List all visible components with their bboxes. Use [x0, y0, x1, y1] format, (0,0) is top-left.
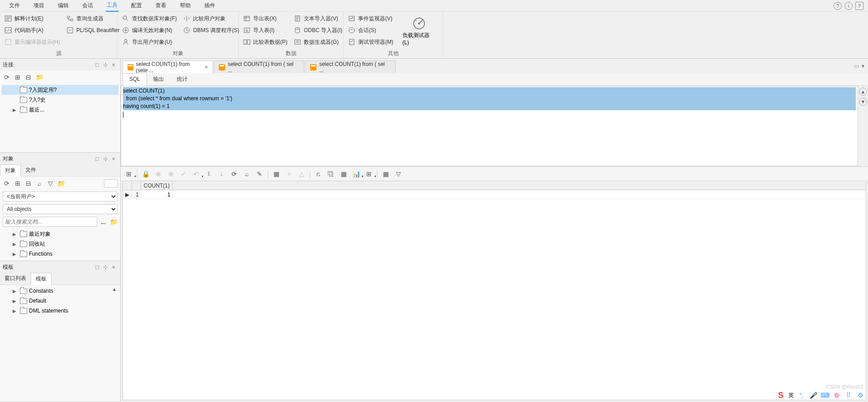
tree-item[interactable]: ▶Functions [2, 249, 118, 259]
menu-help[interactable]: 帮助 [179, 0, 192, 11]
tree-item[interactable]: ?入?史 [2, 95, 118, 105]
window-list-tab[interactable]: 窗口列表 [0, 273, 31, 285]
compare-user-objects-button[interactable]: 比较用户对象 [183, 14, 239, 23]
query-builder-button[interactable]: 查询生成器 [66, 14, 120, 23]
odbc-importer-button[interactable]: ODBC 导入器(I) [294, 25, 342, 35]
session-button[interactable]: 会话(S) [348, 25, 393, 35]
cell[interactable]: 1 [141, 190, 173, 199]
more-icon[interactable]: ... [99, 219, 108, 225]
event-monitor-button[interactable]: 事件监视器(V) [348, 14, 393, 23]
nav-icon[interactable]: ▿ [284, 169, 293, 178]
single-record-icon[interactable]: ▦ [272, 169, 281, 178]
close-icon[interactable]: × [109, 155, 118, 162]
export-user-objects-button[interactable]: 导出用户对象(U) [122, 37, 177, 47]
import-tables-button[interactable]: 导入表(I) [243, 25, 288, 35]
output-tab[interactable]: 输出 [147, 73, 170, 85]
maximize-icon[interactable]: □ [93, 61, 101, 68]
close-icon[interactable]: × [109, 61, 118, 68]
explain-plan-button[interactable]: 解释计划(E) [5, 14, 60, 23]
sql-editor[interactable]: select COUNT(1) from (select * from dual… [121, 86, 858, 166]
editor-tab[interactable]: select COUNT(1) from ( sel ... [214, 61, 304, 73]
apps-icon[interactable]: ⠿ [844, 391, 853, 399]
menu-edit[interactable]: 编辑 [57, 0, 70, 11]
info-icon[interactable]: i [844, 2, 853, 10]
tree-item[interactable]: ▶回收站 [2, 239, 118, 249]
scroll-up-icon[interactable]: ▲ [110, 285, 118, 293]
sort-icon[interactable]: △ [297, 169, 306, 178]
search-icon[interactable]: ⌕ [35, 179, 43, 187]
menu-view[interactable]: 查看 [155, 0, 167, 11]
export-icon[interactable]: ▦ [339, 169, 348, 178]
edit-icon[interactable]: ✎ [255, 169, 264, 178]
refresh-icon[interactable]: ⟳ [3, 179, 11, 187]
grid-icon[interactable]: ⊞▾ [124, 169, 133, 178]
remove-icon[interactable]: ⊟ [24, 73, 33, 81]
refresh-icon[interactable]: ⟳ [230, 169, 239, 178]
close-icon[interactable]: × [109, 264, 118, 271]
type-select[interactable]: All objects [3, 204, 118, 214]
lock-icon[interactable]: 🔒 [141, 169, 150, 178]
maximize-icon[interactable]: □ [93, 155, 101, 162]
search-input[interactable] [3, 217, 97, 227]
expand-down-icon[interactable]: ▼ [859, 98, 867, 106]
col-marker[interactable] [123, 181, 132, 190]
emoji-icon[interactable]: ✿ [833, 391, 841, 399]
menu-file[interactable]: 文件 [8, 0, 21, 11]
tree-item[interactable]: ▶Default [2, 296, 118, 306]
find-icon[interactable]: ⌕ [242, 169, 251, 178]
menu-project[interactable]: 项目 [33, 0, 45, 11]
windows-icon[interactable]: ▭ [854, 63, 859, 69]
new-folder-icon[interactable]: 📁 [109, 218, 118, 226]
copy-icon[interactable]: ⿻ [326, 169, 335, 178]
templates-tab[interactable]: 模板 [31, 273, 52, 285]
pin-icon[interactable]: ⊹ [101, 61, 109, 68]
folder-icon[interactable]: 📁 [57, 179, 65, 187]
help-icon[interactable]: ? [834, 2, 842, 10]
fetch-all-icon[interactable]: ⤓ [217, 169, 226, 178]
tree-item[interactable]: ▶DML statements [2, 306, 118, 316]
gear-icon[interactable]: ⚙ [856, 391, 864, 399]
ime-label[interactable]: 英 [788, 392, 794, 399]
load-tester-button[interactable]: 负载测试器(L) [400, 14, 438, 49]
layout-icon[interactable]: ⊞▾ [364, 169, 373, 178]
text-importer-button[interactable]: 文本导入器(V) [294, 14, 342, 23]
code-assistant-button[interactable]: 代码助手(A) [5, 25, 60, 35]
menu-tools[interactable]: 工具 [106, 0, 118, 12]
table-icon[interactable]: ▦ [381, 169, 390, 178]
dbms-scheduler-button[interactable]: DBMS 调度程序(S) [183, 25, 239, 35]
rollback-icon[interactable]: ↶▾ [192, 169, 201, 178]
chevron-down-icon[interactable]: ▾ [862, 63, 864, 69]
editor-tab[interactable]: select COUNT(1) from (sele ...× [123, 61, 213, 73]
close-icon[interactable]: × [204, 64, 208, 70]
table-row[interactable]: ▶ 1 1 [123, 190, 866, 199]
find-db-objects-button[interactable]: 查找数据库对象(F) [122, 14, 177, 23]
editor-tab[interactable]: select COUNT(1) from ( sel ... [305, 61, 396, 73]
tree-item[interactable]: ▶Constants [2, 286, 118, 296]
mic-icon[interactable]: 🎤 [809, 391, 817, 399]
stats-tab[interactable]: 统计 [170, 73, 194, 85]
filter-icon[interactable]: ▽ [394, 169, 403, 178]
objects-tab[interactable]: 对象 [0, 164, 21, 177]
remove-icon[interactable]: ⊟ [24, 179, 33, 187]
test-manager-button[interactable]: 测试管理器(M) [348, 37, 393, 47]
keyboard-icon[interactable]: ⌨ [821, 391, 829, 399]
beautifier-button[interactable]: PL/SQL Beautifier [66, 25, 120, 35]
col-header[interactable]: COUNT(1) [141, 181, 173, 190]
fetch-next-icon[interactable]: ⬇ [204, 169, 213, 178]
chart-icon[interactable]: 📊▾ [352, 169, 361, 178]
menu-plugin[interactable]: 插件 [203, 0, 216, 11]
col-rownum[interactable] [132, 181, 141, 190]
compile-invalid-button[interactable]: 编译无效对象(N) [122, 25, 177, 35]
export-tables-button[interactable]: 导出表(X) [243, 14, 288, 23]
link-icon[interactable]: ⎌ [314, 169, 323, 178]
add-icon[interactable]: ⊞ [14, 73, 22, 81]
sql-tab[interactable]: SQL [123, 73, 147, 86]
ime-icon[interactable]: S [777, 391, 785, 399]
add-icon[interactable]: ⊞ [14, 179, 22, 187]
color-swatch[interactable] [104, 179, 118, 187]
compare-table-data-button[interactable]: 比较表数据(P) [243, 37, 288, 47]
punctuation-icon[interactable]: °, [797, 391, 806, 399]
menu-config[interactable]: 配置 [130, 0, 143, 11]
data-generator-button[interactable]: 数据生成器(G) [294, 37, 342, 47]
folder-icon[interactable]: 📁 [35, 73, 43, 81]
